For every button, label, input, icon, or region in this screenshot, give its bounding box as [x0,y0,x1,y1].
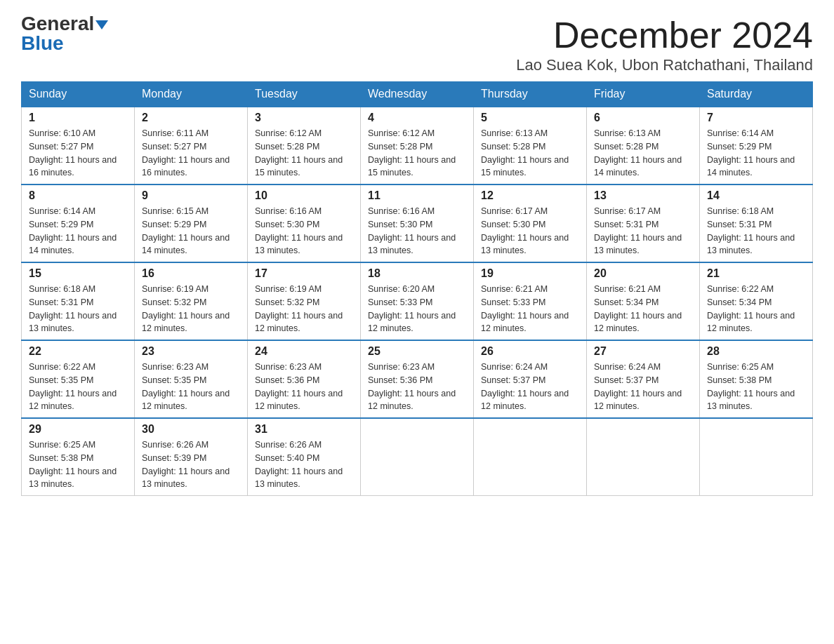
day-info: Sunrise: 6:12 AM Sunset: 5:28 PM Dayligh… [368,127,466,180]
calendar-cell: 8 Sunrise: 6:14 AM Sunset: 5:29 PM Dayli… [22,185,135,262]
day-info: Sunrise: 6:14 AM Sunset: 5:29 PM Dayligh… [707,127,805,180]
calendar-cell: 13 Sunrise: 6:17 AM Sunset: 5:31 PM Dayl… [587,185,700,262]
calendar-cell [700,418,813,496]
page-header: General Blue December 2024 Lao Suea Kok,… [21,14,813,74]
day-number: 2 [142,112,240,124]
day-info: Sunrise: 6:23 AM Sunset: 5:35 PM Dayligh… [142,361,240,413]
day-info: Sunrise: 6:18 AM Sunset: 5:31 PM Dayligh… [707,205,805,257]
day-info: Sunrise: 6:16 AM Sunset: 5:30 PM Dayligh… [368,205,466,257]
day-info: Sunrise: 6:24 AM Sunset: 5:37 PM Dayligh… [594,361,692,413]
day-number: 15 [29,267,127,280]
calendar-cell: 22 Sunrise: 6:22 AM Sunset: 5:35 PM Dayl… [22,340,135,418]
day-number: 25 [368,345,466,358]
day-number: 20 [594,267,692,280]
day-number: 28 [707,345,805,358]
day-info: Sunrise: 6:13 AM Sunset: 5:28 PM Dayligh… [481,127,579,180]
calendar-table: Sunday Monday Tuesday Wednesday Thursday… [21,81,813,496]
calendar-cell [361,418,474,496]
day-info: Sunrise: 6:24 AM Sunset: 5:37 PM Dayligh… [481,361,579,413]
day-number: 13 [594,189,692,202]
calendar-cell: 16 Sunrise: 6:19 AM Sunset: 5:32 PM Dayl… [135,262,248,340]
calendar-cell: 2 Sunrise: 6:11 AM Sunset: 5:27 PM Dayli… [135,107,248,185]
day-info: Sunrise: 6:19 AM Sunset: 5:32 PM Dayligh… [142,283,240,335]
day-info: Sunrise: 6:26 AM Sunset: 5:40 PM Dayligh… [255,438,353,491]
day-number: 3 [255,112,353,124]
day-number: 4 [368,112,466,124]
calendar-cell: 6 Sunrise: 6:13 AM Sunset: 5:28 PM Dayli… [587,107,700,185]
day-number: 10 [255,189,353,202]
logo: General Blue [21,14,108,53]
day-number: 7 [707,112,805,124]
calendar-cell [474,418,587,496]
day-number: 23 [142,345,240,358]
day-info: Sunrise: 6:14 AM Sunset: 5:29 PM Dayligh… [29,205,127,257]
day-number: 22 [29,345,127,358]
day-info: Sunrise: 6:25 AM Sunset: 5:38 PM Dayligh… [29,438,127,491]
day-number: 27 [594,345,692,358]
calendar-cell: 28 Sunrise: 6:25 AM Sunset: 5:38 PM Dayl… [700,340,813,418]
calendar-cell: 5 Sunrise: 6:13 AM Sunset: 5:28 PM Dayli… [474,107,587,185]
day-number: 24 [255,345,353,358]
calendar-cell: 24 Sunrise: 6:23 AM Sunset: 5:36 PM Dayl… [248,340,361,418]
day-info: Sunrise: 6:23 AM Sunset: 5:36 PM Dayligh… [368,361,466,413]
col-wednesday: Wednesday [361,82,474,107]
day-number: 31 [255,423,353,436]
day-number: 21 [707,267,805,280]
day-info: Sunrise: 6:15 AM Sunset: 5:29 PM Dayligh… [142,205,240,257]
calendar-cell: 14 Sunrise: 6:18 AM Sunset: 5:31 PM Dayl… [700,185,813,262]
day-number: 17 [255,267,353,280]
calendar-cell: 19 Sunrise: 6:21 AM Sunset: 5:33 PM Dayl… [474,262,587,340]
calendar-cell: 27 Sunrise: 6:24 AM Sunset: 5:37 PM Dayl… [587,340,700,418]
calendar-cell: 7 Sunrise: 6:14 AM Sunset: 5:29 PM Dayli… [700,107,813,185]
day-info: Sunrise: 6:12 AM Sunset: 5:28 PM Dayligh… [255,127,353,180]
calendar-cell: 11 Sunrise: 6:16 AM Sunset: 5:30 PM Dayl… [361,185,474,262]
day-info: Sunrise: 6:13 AM Sunset: 5:28 PM Dayligh… [594,127,692,180]
day-number: 29 [29,423,127,436]
day-number: 6 [594,112,692,124]
day-info: Sunrise: 6:20 AM Sunset: 5:33 PM Dayligh… [368,283,466,335]
calendar-cell: 21 Sunrise: 6:22 AM Sunset: 5:34 PM Dayl… [700,262,813,340]
day-number: 26 [481,345,579,358]
day-info: Sunrise: 6:18 AM Sunset: 5:31 PM Dayligh… [29,283,127,335]
calendar-header-row: Sunday Monday Tuesday Wednesday Thursday… [22,82,813,107]
calendar-cell: 23 Sunrise: 6:23 AM Sunset: 5:35 PM Dayl… [135,340,248,418]
day-number: 12 [481,189,579,202]
logo-line2: Blue [21,34,64,53]
day-info: Sunrise: 6:17 AM Sunset: 5:31 PM Dayligh… [594,205,692,257]
calendar-cell: 15 Sunrise: 6:18 AM Sunset: 5:31 PM Dayl… [22,262,135,340]
day-info: Sunrise: 6:26 AM Sunset: 5:39 PM Dayligh… [142,438,240,491]
calendar-cell: 9 Sunrise: 6:15 AM Sunset: 5:29 PM Dayli… [135,185,248,262]
day-info: Sunrise: 6:22 AM Sunset: 5:35 PM Dayligh… [29,361,127,413]
calendar-cell: 31 Sunrise: 6:26 AM Sunset: 5:40 PM Dayl… [248,418,361,496]
calendar-cell: 17 Sunrise: 6:19 AM Sunset: 5:32 PM Dayl… [248,262,361,340]
col-tuesday: Tuesday [248,82,361,107]
day-number: 30 [142,423,240,436]
day-number: 11 [368,189,466,202]
day-info: Sunrise: 6:19 AM Sunset: 5:32 PM Dayligh… [255,283,353,335]
day-info: Sunrise: 6:17 AM Sunset: 5:30 PM Dayligh… [481,205,579,257]
calendar-cell: 29 Sunrise: 6:25 AM Sunset: 5:38 PM Dayl… [22,418,135,496]
logo-line1: General [21,14,108,34]
col-friday: Friday [587,82,700,107]
day-info: Sunrise: 6:21 AM Sunset: 5:33 PM Dayligh… [481,283,579,335]
col-monday: Monday [135,82,248,107]
title-block: December 2024 Lao Suea Kok, Ubon Ratchat… [516,14,813,74]
day-number: 8 [29,189,127,202]
calendar-cell: 1 Sunrise: 6:10 AM Sunset: 5:27 PM Dayli… [22,107,135,185]
calendar-cell: 18 Sunrise: 6:20 AM Sunset: 5:33 PM Dayl… [361,262,474,340]
col-thursday: Thursday [474,82,587,107]
day-info: Sunrise: 6:23 AM Sunset: 5:36 PM Dayligh… [255,361,353,413]
day-info: Sunrise: 6:25 AM Sunset: 5:38 PM Dayligh… [707,361,805,413]
day-info: Sunrise: 6:10 AM Sunset: 5:27 PM Dayligh… [29,127,127,180]
day-number: 9 [142,189,240,202]
calendar-week-row: 22 Sunrise: 6:22 AM Sunset: 5:35 PM Dayl… [22,340,813,418]
location-title: Lao Suea Kok, Ubon Ratchathani, Thailand [516,56,813,74]
calendar-cell [587,418,700,496]
col-saturday: Saturday [700,82,813,107]
day-number: 19 [481,267,579,280]
month-title: December 2024 [516,14,813,56]
calendar-week-row: 15 Sunrise: 6:18 AM Sunset: 5:31 PM Dayl… [22,262,813,340]
day-info: Sunrise: 6:21 AM Sunset: 5:34 PM Dayligh… [594,283,692,335]
day-number: 18 [368,267,466,280]
calendar-cell: 4 Sunrise: 6:12 AM Sunset: 5:28 PM Dayli… [361,107,474,185]
